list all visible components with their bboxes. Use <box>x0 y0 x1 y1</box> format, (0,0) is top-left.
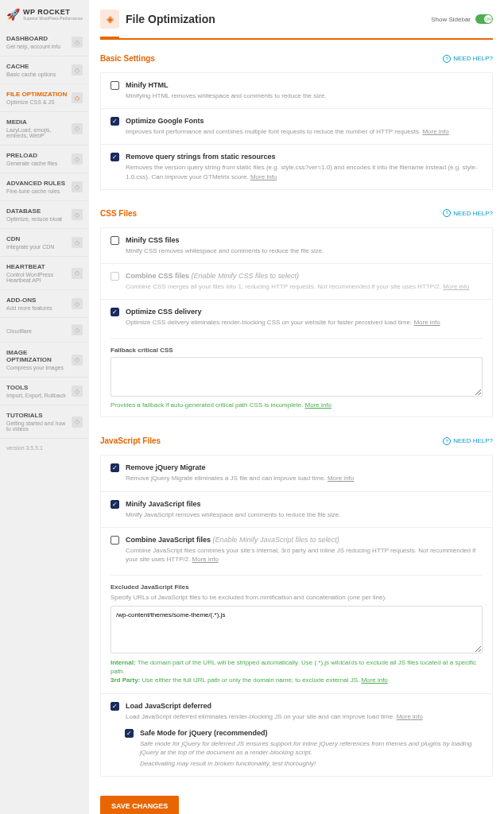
nav-desc: Optimize, reduce bloat <box>6 216 62 222</box>
more-info-link[interactable]: More info <box>192 556 219 563</box>
brand-name: WP ROCKET <box>23 8 83 16</box>
nav-title: MEDIA <box>6 118 72 126</box>
more-info-link[interactable]: More info <box>397 713 423 720</box>
page-header: ◈ File Optimization Show Sidebar ON <box>100 10 493 40</box>
show-sidebar-toggle[interactable]: ON <box>475 14 493 24</box>
combine-js-desc: Combine JavaScript files combines your s… <box>126 546 483 564</box>
minify-css-label: Minify CSS files <box>126 236 483 244</box>
version-text: version 3.5.5.1 <box>0 439 89 457</box>
excluded-js-textarea[interactable] <box>110 606 483 653</box>
remove-jquery-migrate-label: Remove jQuery Migrate <box>126 463 483 471</box>
combine-css-desc: Combine CSS merges all your files into 1… <box>126 282 483 291</box>
query-strings-checkbox[interactable] <box>110 153 119 161</box>
more-info-link[interactable]: More info <box>250 173 277 180</box>
google-fonts-desc: Improves font performance and combines m… <box>126 127 483 136</box>
nav-icon: ◇ <box>72 324 83 335</box>
combine-js-checkbox[interactable] <box>110 536 119 545</box>
optimize-css-delivery-checkbox[interactable] <box>110 308 119 316</box>
safe-mode-jquery-label: Safe Mode for jQuery (recommended) <box>140 729 483 737</box>
safe-mode-jquery-checkbox[interactable] <box>125 729 134 738</box>
more-info-link[interactable]: More info <box>361 676 387 684</box>
need-help-link[interactable]: ?NEED HELP? <box>443 55 493 63</box>
minify-html-desc: Minifying HTML removes whitespace and co… <box>126 91 483 100</box>
more-info-link[interactable]: More info <box>443 283 469 290</box>
show-sidebar-toggle-wrap: Show Sidebar ON <box>431 14 493 24</box>
nav-desc: Cloudflare <box>6 328 32 334</box>
nav-desc: Optimize CSS & JS <box>6 99 67 105</box>
fallback-css-textarea[interactable] <box>110 357 483 397</box>
nav-desc: Import, Export, Rollback <box>6 393 66 398</box>
nav-desc: Add more features <box>6 305 52 311</box>
nav-icon: ◇ <box>72 181 83 192</box>
nav-desc: Control WordPress Heartbeat API <box>6 272 72 283</box>
nav-desc: Get help, account info <box>6 44 60 49</box>
sidebar-item-tutorials[interactable]: TUTORIALSGetting started and how to vide… <box>0 405 89 439</box>
sidebar-item-advanced-rules[interactable]: ADVANCED RULESFine-tune cache rules◇ <box>0 173 89 201</box>
sidebar-item-media[interactable]: MEDIALazyLoad, emojis, embeds, WebP◇ <box>0 112 89 145</box>
more-info-link[interactable]: More info <box>305 401 331 409</box>
defer-js-checkbox[interactable] <box>110 702 119 711</box>
sidebar-item-tools[interactable]: TOOLSImport, Export, Rollback◇ <box>0 378 89 405</box>
fallback-css-note: Provides a fallback if auto-generated cr… <box>110 401 483 409</box>
sidebar-item-add-ons[interactable]: ADD-ONSAdd more features◇ <box>0 290 89 318</box>
help-icon: ? <box>443 209 451 217</box>
combine-css-label: Combine CSS files (Enable Minify CSS fil… <box>126 272 483 280</box>
more-info-link[interactable]: More info <box>413 319 440 326</box>
excluded-js-label: Excluded JavaScript Files <box>110 583 483 591</box>
more-info-link[interactable]: More info <box>328 475 354 482</box>
sidebar-item-cloudflare[interactable]: Cloudflare◇ <box>0 318 89 343</box>
minify-js-label: Minify JavaScript files <box>126 500 483 508</box>
minify-js-desc: Minify JavaScript removes whitespace and… <box>126 510 483 519</box>
nav-icon: ◇ <box>72 268 83 279</box>
nav-desc: Compress your images <box>6 365 72 370</box>
google-fonts-label: Optimize Google Fonts <box>126 117 483 125</box>
minify-html-label: Minify HTML <box>126 81 483 89</box>
excluded-js-desc: Specify URLs of JavaScript files to be e… <box>110 594 483 601</box>
sidebar-item-database[interactable]: DATABASEOptimize, reduce bloat◇ <box>0 201 89 229</box>
js-title: JavaScript Files <box>100 436 161 445</box>
more-info-link[interactable]: More info <box>422 128 448 135</box>
css-title: CSS Files <box>100 209 137 218</box>
need-help-link[interactable]: ?NEED HELP? <box>443 437 493 445</box>
main-content: ◈ File Optimization Show Sidebar ON Basi… <box>89 0 504 814</box>
minify-html-checkbox[interactable] <box>110 81 119 90</box>
sidebar-item-dashboard[interactable]: DASHBOARDGet help, account info◇ <box>0 29 89 56</box>
minify-css-desc: Minify CSS removes whitespace and commen… <box>126 246 483 255</box>
nav-desc: LazyLoad, emojis, embeds, WebP <box>6 127 72 138</box>
nav-title: DATABASE <box>6 207 62 215</box>
brand-tagline: Superior WordPress Performance <box>23 16 83 21</box>
remove-jquery-migrate-checkbox[interactable] <box>110 463 119 472</box>
nav-title: ADVANCED RULES <box>6 180 65 187</box>
nav-title: FILE OPTIMIZATION <box>6 91 67 98</box>
save-button[interactable]: SAVE CHANGES <box>100 796 179 814</box>
nav-icon: ◇ <box>72 237 83 248</box>
toggle-knob: ON <box>484 15 492 23</box>
nav-icon: ◇ <box>72 92 83 103</box>
optimize-css-delivery-label: Optimize CSS delivery <box>126 308 483 316</box>
nav-icon: ◇ <box>72 153 83 165</box>
sidebar-item-cdn[interactable]: CDNIntegrate your CDN◇ <box>0 229 89 257</box>
page-title: File Optimization <box>126 13 215 25</box>
sidebar-item-image-optimization[interactable]: IMAGE OPTIMIZATIONCompress your images◇ <box>0 343 89 378</box>
nav-title: CDN <box>6 235 54 242</box>
nav-icon: ◇ <box>72 209 83 220</box>
sidebar-item-preload[interactable]: PRELOADGenerate cache files◇ <box>0 145 89 173</box>
sidebar: 🚀 WP ROCKET Superior WordPress Performan… <box>0 0 89 814</box>
sidebar-item-cache[interactable]: CACHEBasic cache options◇ <box>0 56 89 84</box>
combine-js-label: Combine JavaScript files (Enable Minify … <box>126 536 483 544</box>
nav-title: HEARTBEAT <box>6 263 72 270</box>
section-basic: Basic Settings ?NEED HELP? Minify HTML M… <box>100 54 493 190</box>
need-help-link[interactable]: ?NEED HELP? <box>443 209 493 217</box>
fallback-css-label: Fallback critical CSS <box>110 347 483 354</box>
query-strings-label: Remove query strings from static resourc… <box>126 153 483 161</box>
minify-js-checkbox[interactable] <box>110 500 119 509</box>
query-strings-desc: Removes the version query string from st… <box>126 163 483 180</box>
safe-mode-jquery-desc1: Safe mode for jQuery for deferred JS ens… <box>140 739 483 757</box>
sidebar-item-file-optimization[interactable]: FILE OPTIMIZATIONOptimize CSS & JS◇ <box>0 84 89 112</box>
sidebar-item-heartbeat[interactable]: HEARTBEATControl WordPress Heartbeat API… <box>0 257 89 290</box>
section-js: JavaScript Files ?NEED HELP? Remove jQue… <box>100 436 493 777</box>
minify-css-checkbox[interactable] <box>110 236 119 245</box>
defer-js-desc: Load JavaScript deferred eliminates rend… <box>126 712 483 721</box>
nav-desc: Integrate your CDN <box>6 244 54 250</box>
google-fonts-checkbox[interactable] <box>110 117 119 126</box>
